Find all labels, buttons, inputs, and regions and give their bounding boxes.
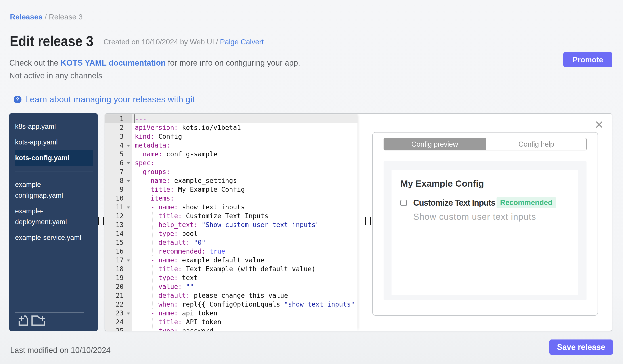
sidebar-bottom xyxy=(9,313,98,331)
gutter-line-13: 13 xyxy=(105,221,132,229)
code-line-7: groups: xyxy=(135,167,170,176)
code-line-19: type: text xyxy=(135,273,198,282)
gutter-line-12: 12 xyxy=(105,212,132,221)
breadcrumb: Releases / Release 3 xyxy=(10,13,83,21)
created-by-link[interactable]: Paige Calvert xyxy=(220,38,264,46)
recommended-badge: Recommended xyxy=(496,197,556,208)
gutter-line-7: 7 xyxy=(105,167,132,176)
question-mark-icon[interactable]: ? xyxy=(14,96,22,103)
file-name: example-configmap.yaml xyxy=(15,179,83,201)
file-item-example-deployment.yaml[interactable]: example-deployment.yaml xyxy=(9,203,98,230)
left-drag-handle-bar[interactable] xyxy=(98,217,99,225)
config-preview-area: My Example Config Customize Text Inputs … xyxy=(384,161,586,300)
file-name: k8s-app.yaml xyxy=(15,121,56,132)
gutter-line-17: 17 xyxy=(105,256,132,265)
editor-preview-card: 1234567891011121314151617181920212223242… xyxy=(105,113,612,331)
doc-line: Check out the KOTS YAML documentation fo… xyxy=(9,58,300,68)
sidebar-bottom-divider xyxy=(15,313,84,313)
code-line-20: value: "" xyxy=(135,282,194,291)
fold-toggle-icon[interactable] xyxy=(127,180,130,182)
file-item-kots-config.yaml[interactable]: kots-config.yaml xyxy=(15,150,93,166)
fold-toggle-icon[interactable] xyxy=(127,260,130,262)
left-drag-handle-bar[interactable] xyxy=(103,217,104,225)
file-item-kots-app.yaml[interactable]: kots-app.yaml xyxy=(9,134,98,150)
code-line-25: type: password xyxy=(135,326,213,331)
gutter-line-23: 23 xyxy=(105,309,132,318)
tab-config-preview[interactable]: Config preview xyxy=(384,138,486,150)
fold-toggle-icon[interactable] xyxy=(127,206,130,208)
tab-config-help[interactable]: Config help xyxy=(486,138,587,150)
file-item-k8s-app.yaml[interactable]: k8s-app.yaml xyxy=(9,119,98,134)
fold-toggle-icon[interactable] xyxy=(127,313,130,315)
new-folder-icon[interactable] xyxy=(31,315,45,327)
channel-status: Not active in any channels xyxy=(9,71,102,81)
file-item-example-service.yaml[interactable]: example-service.yaml xyxy=(9,230,98,245)
git-line: ? Learn about managing your releases wit… xyxy=(14,95,195,104)
promote-button[interactable]: Promote xyxy=(563,52,612,67)
right-drag-handle-bar[interactable] xyxy=(365,217,366,225)
code-line-22: when: repl{{ ConfigOptionEquals "show_te… xyxy=(135,300,357,309)
active-line-highlight xyxy=(132,114,357,123)
gutter-line-2: 2 xyxy=(105,123,132,132)
fold-toggle-icon[interactable] xyxy=(127,162,130,164)
code-line-10: items: xyxy=(135,194,174,203)
gutter-line-10: 10 xyxy=(105,194,132,203)
save-release-button[interactable]: Save release xyxy=(549,340,613,355)
file-name: example-deployment.yaml xyxy=(15,206,83,227)
doc-text-after: for more info on configuring your app. xyxy=(166,58,300,67)
config-item-help: Show custom user text inputs xyxy=(413,212,578,222)
breadcrumb-separator: / xyxy=(43,13,49,21)
gutter-line-16: 16 xyxy=(105,247,132,256)
gutter-line-24: 24 xyxy=(105,318,132,326)
last-modified: Last modified on 10/10/2024 xyxy=(10,346,111,355)
code-line-5: name: config-sample xyxy=(135,150,217,159)
kots-yaml-doc-link[interactable]: KOTS YAML documentation xyxy=(61,58,166,67)
code-line-23: - name: api_token xyxy=(135,309,217,318)
gutter-line-3: 3 xyxy=(105,132,132,141)
gutter-line-8: 8 xyxy=(105,176,132,185)
gutter-line-14: 14 xyxy=(105,229,132,238)
customize-text-inputs-checkbox[interactable] xyxy=(400,200,407,206)
gutter-line-6: 6 xyxy=(105,159,132,167)
code-line-8: - name: example_settings xyxy=(135,176,237,185)
close-icon[interactable] xyxy=(596,121,603,128)
page-title: Edit release 3 xyxy=(10,34,93,48)
new-file-icon[interactable] xyxy=(18,315,29,327)
created-line: Created on 10/10/2024 by Web UI / Paige … xyxy=(104,38,264,46)
code-line-3: kind: Config xyxy=(135,132,182,141)
gutter-line-5: 5 xyxy=(105,150,132,159)
indent-guide xyxy=(152,212,153,256)
file-name: example-service.yaml xyxy=(15,232,81,243)
git-doc-link[interactable]: Learn about managing your releases with … xyxy=(25,95,195,104)
file-item-example-configmap.yaml[interactable]: example-configmap.yaml xyxy=(9,177,98,203)
code-line-17: - name: example_default_value xyxy=(135,256,265,265)
code-line-1: --- xyxy=(135,114,147,123)
config-preview-panel: Config previewConfig help My Example Con… xyxy=(372,132,598,316)
code-line-12: title: Customize Text Inputs xyxy=(135,212,268,221)
indent-guide xyxy=(152,318,153,331)
yaml-editor[interactable]: 1234567891011121314151617181920212223242… xyxy=(105,114,357,331)
fold-toggle-icon[interactable] xyxy=(127,145,130,147)
gutter-line-4: 4 xyxy=(105,141,132,150)
editor-gutter: 1234567891011121314151617181920212223242… xyxy=(105,114,132,331)
file-list: k8s-app.yamlkots-app.yamlkots-config.yam… xyxy=(9,119,98,245)
code-line-14: type: bool xyxy=(135,229,198,238)
right-drag-handle-bar[interactable] xyxy=(370,217,371,225)
text-cursor xyxy=(134,114,135,123)
preview-tabs: Config previewConfig help xyxy=(384,138,587,150)
code-line-9: title: My Example Config xyxy=(135,185,245,194)
code-line-13: help_text: "Show custom user text inputs… xyxy=(135,221,319,229)
code-line-15: default: "0" xyxy=(135,238,206,247)
doc-text-before: Check out the xyxy=(9,58,61,67)
gutter-line-15: 15 xyxy=(105,238,132,247)
config-preview-card: My Example Config Customize Text Inputs … xyxy=(392,170,578,295)
breadcrumb-releases-link[interactable]: Releases xyxy=(10,13,43,21)
code-line-11: - name: show_text_inputs xyxy=(135,203,245,212)
gutter-line-21: 21 xyxy=(105,291,132,300)
gutter-line-1: 1 xyxy=(105,114,132,123)
created-text: Created on 10/10/2024 by Web UI / xyxy=(104,38,220,46)
gutter-line-25: 25 xyxy=(105,326,132,331)
code-line-6: spec: xyxy=(135,159,155,167)
file-sidebar: k8s-app.yamlkots-app.yamlkots-config.yam… xyxy=(9,113,98,331)
code-line-18: title: Text Example (with default value) xyxy=(135,265,315,273)
